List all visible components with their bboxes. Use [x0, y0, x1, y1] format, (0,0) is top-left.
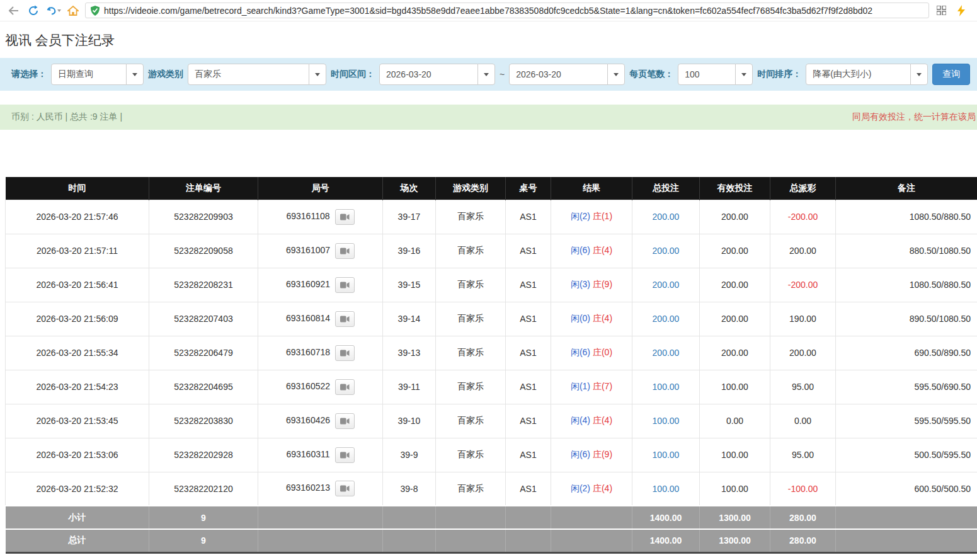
extensions-grid-icon[interactable]	[933, 3, 949, 19]
total-bet-link[interactable]: 100.00	[653, 416, 680, 426]
date-to-input[interactable]	[509, 64, 608, 85]
cell-note: 600.50/500.50	[836, 472, 977, 506]
table-footer: 小计 9 1400.00 1300.00 280.00 总计 9 1400.00…	[6, 506, 977, 552]
cell-round: 693161007	[258, 234, 383, 268]
cell-bet-id: 523282208231	[149, 268, 258, 302]
video-camera-icon	[340, 248, 350, 254]
col-payout: 总派彩	[770, 177, 836, 200]
search-button[interactable]: 查询	[932, 64, 970, 85]
caret-down-icon	[917, 73, 922, 76]
time-sort-label: 时间排序：	[757, 69, 801, 80]
table-row: 2026-03-20 21:53:45523282203830693160426…	[6, 404, 977, 438]
home-icon[interactable]	[65, 3, 81, 19]
video-replay-button[interactable]	[335, 243, 355, 259]
cell-total-bet: 100.00	[632, 404, 700, 438]
video-replay-button[interactable]	[335, 345, 355, 361]
cell-payout: 190.00	[770, 302, 836, 336]
page-size-caret-button[interactable]	[735, 64, 753, 85]
result-player: 闲(2)	[571, 211, 590, 221]
caret-down-icon	[132, 73, 137, 76]
cell-payout: -200.00	[770, 200, 836, 234]
total-bet-link[interactable]: 200.00	[653, 212, 680, 222]
empty-cell	[258, 506, 383, 529]
total-bet-link[interactable]: 100.00	[653, 382, 680, 392]
empty-cell	[836, 529, 977, 552]
undo-dropdown-caret[interactable]	[57, 9, 61, 12]
result-player: 闲(6)	[571, 449, 590, 459]
cell-time: 2026-03-20 21:53:06	[6, 438, 149, 472]
video-replay-button[interactable]	[335, 481, 355, 496]
video-replay-button[interactable]	[335, 277, 355, 293]
time-sort-input[interactable]	[806, 64, 911, 85]
video-camera-icon	[340, 418, 350, 425]
empty-cell	[258, 529, 383, 552]
caret-down-icon	[614, 73, 619, 76]
video-replay-button[interactable]	[335, 413, 355, 429]
time-range-label: 时间区间：	[331, 69, 375, 80]
result-banker: 庄(4)	[593, 483, 612, 493]
total-bet-link[interactable]: 100.00	[653, 484, 680, 494]
back-icon[interactable]	[5, 3, 21, 19]
empty-cell	[436, 506, 506, 529]
video-replay-button[interactable]	[335, 311, 355, 327]
round-number: 693160213	[286, 483, 330, 493]
refresh-icon[interactable]	[25, 3, 42, 19]
cell-payout: -200.00	[770, 268, 836, 302]
cell-session: 39-10	[383, 404, 436, 438]
total-bet-link[interactable]: 200.00	[653, 314, 680, 324]
cell-total-bet: 100.00	[632, 438, 700, 472]
video-replay-button[interactable]	[335, 379, 355, 395]
total-bet-link[interactable]: 200.00	[653, 280, 680, 290]
date-from-input[interactable]	[379, 64, 478, 85]
query-type-input[interactable]	[51, 64, 127, 85]
address-bar[interactable]: https://videoie.com/game/betrecord_searc…	[85, 3, 929, 18]
game-type-caret-button[interactable]	[309, 64, 326, 85]
round-number: 693161007	[286, 245, 330, 255]
date-to-caret-button[interactable]	[607, 64, 625, 85]
subtotal-valid-bet: 1300.00	[700, 506, 770, 529]
cell-round: 693160426	[258, 404, 383, 438]
total-bet-link[interactable]: 200.00	[653, 348, 680, 358]
page-size-input[interactable]	[678, 64, 736, 85]
cell-round: 693160921	[258, 268, 383, 302]
cell-session: 39-15	[383, 268, 436, 302]
cell-game-type: 百家乐	[436, 336, 506, 370]
col-session: 场次	[383, 177, 436, 200]
round-number: 693160311	[286, 449, 329, 459]
video-replay-button[interactable]	[335, 209, 355, 225]
video-replay-button[interactable]	[335, 447, 355, 463]
date-from-caret-button[interactable]	[477, 64, 495, 85]
page-size-select	[678, 64, 753, 85]
undo-icon[interactable]	[45, 6, 61, 15]
query-type-caret-button[interactable]	[126, 64, 144, 85]
empty-cell	[383, 529, 436, 552]
cell-game-type: 百家乐	[436, 268, 506, 302]
cell-table-no: AS1	[506, 302, 551, 336]
cell-bet-id: 523282204695	[149, 370, 258, 404]
cell-note: 1080.50/880.50	[836, 268, 977, 302]
subtotal-payout: 280.00	[770, 506, 836, 529]
table-row: 2026-03-20 21:55:34523282206479693160718…	[6, 336, 977, 370]
cell-payout: 95.00	[770, 370, 836, 404]
total-bet-link[interactable]: 100.00	[653, 450, 680, 460]
cell-round: 693160311	[258, 438, 383, 472]
col-note: 备注	[836, 177, 977, 200]
select-type-label: 请选择：	[11, 69, 47, 80]
cell-total-bet: 200.00	[632, 234, 700, 268]
total-bet-link[interactable]: 200.00	[653, 246, 680, 256]
result-player: 闲(3)	[571, 279, 590, 289]
total-valid-bet: 1300.00	[700, 529, 770, 552]
game-type-input[interactable]	[188, 64, 309, 85]
turbo-lightning-icon[interactable]	[953, 3, 969, 19]
summary-bar: 币别 : 人民币 | 总共 :9 注单 | 同局有效投注，统一计算在该局	[0, 105, 977, 130]
cell-table-no: AS1	[506, 200, 551, 234]
cell-total-bet: 200.00	[632, 268, 700, 302]
cell-game-type: 百家乐	[436, 404, 506, 438]
date-range-tilde: ~	[500, 69, 505, 79]
result-player: 闲(2)	[571, 483, 590, 493]
caret-down-icon	[741, 73, 746, 76]
cell-time: 2026-03-20 21:54:23	[6, 370, 149, 404]
time-sort-caret-button[interactable]	[910, 64, 928, 85]
cell-note: 690.50/890.50	[836, 336, 977, 370]
video-camera-icon	[340, 350, 350, 357]
